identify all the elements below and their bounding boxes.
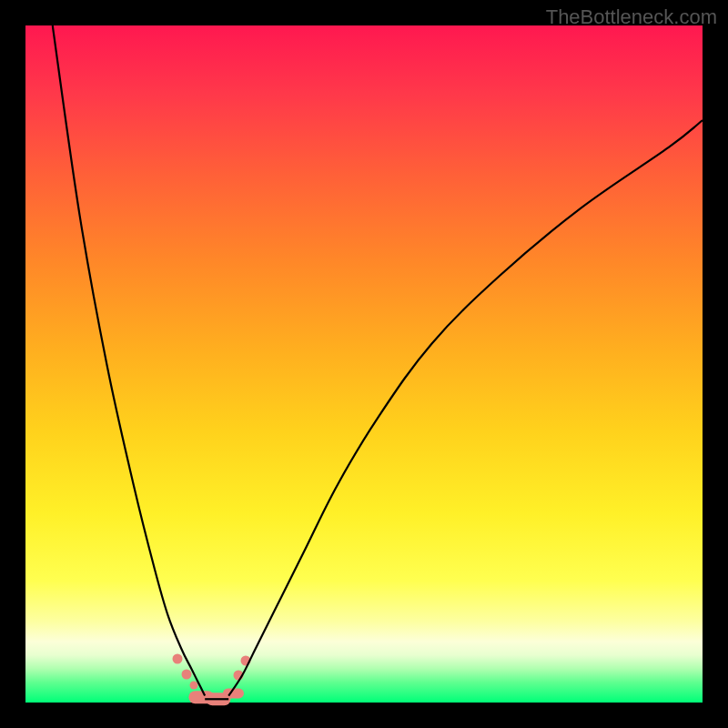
chart-container (25, 25, 703, 703)
watermark-text: TheBottleneck.com (546, 5, 717, 29)
left-curve-line (53, 25, 205, 696)
chart-curves (25, 25, 703, 703)
right-curve-line (228, 120, 703, 695)
